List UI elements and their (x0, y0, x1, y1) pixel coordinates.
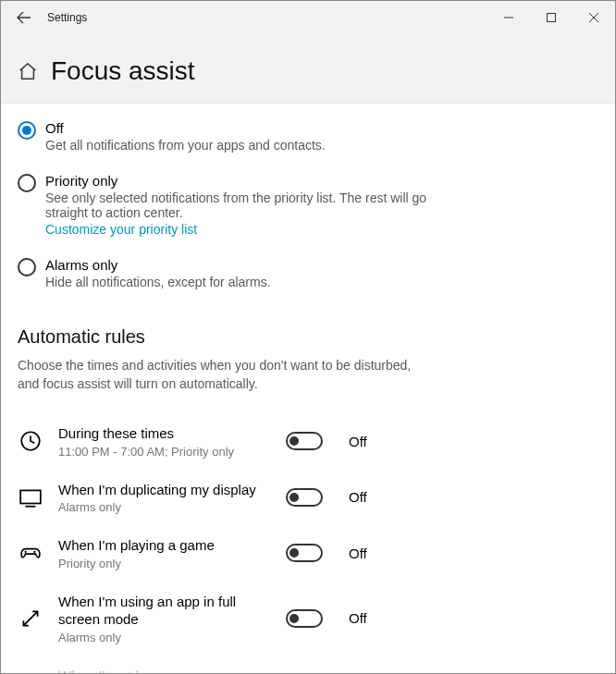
toggle-duplicate-state: Off (349, 489, 367, 505)
monitor-icon (18, 484, 43, 510)
minimize-button[interactable] (487, 1, 530, 34)
window-title: Settings (47, 11, 87, 24)
mode-off[interactable]: Off Get all notifications from your apps… (18, 113, 598, 165)
rule-duplicate-sub: Alarms only (58, 500, 271, 514)
minimize-icon (503, 12, 514, 23)
mode-priority-desc: See only selected notifications from the… (45, 190, 452, 220)
rule-fullscreen-title: When I'm using an app in full screen mod… (58, 593, 271, 629)
mode-alarms-desc: Hide all notifications, except for alarm… (45, 275, 271, 289)
mode-alarms[interactable]: Alarms only Hide all notifications, exce… (18, 250, 598, 302)
page-title: Focus assist (51, 56, 195, 86)
rule-duplicate[interactable]: When I'm duplicating my display Alarms o… (18, 470, 598, 526)
auto-rules-title: Automatic rules (18, 326, 598, 348)
svg-point-5 (33, 551, 35, 553)
toggle-times[interactable] (286, 432, 323, 450)
gamepad-icon (18, 540, 43, 566)
rule-game[interactable]: When I'm playing a game Priority only Of… (18, 525, 598, 582)
toggle-game[interactable] (286, 544, 323, 562)
mode-priority-label: Priority only (45, 173, 452, 189)
toggle-fullscreen-state: Off (349, 610, 367, 626)
mode-alarms-label: Alarms only (45, 257, 271, 273)
svg-rect-3 (20, 490, 41, 503)
rule-home: When I'm at home Priority only Off (18, 656, 598, 674)
page-header: Focus assist (1, 34, 615, 104)
close-button[interactable] (573, 1, 615, 34)
maximize-icon (546, 12, 557, 23)
toggle-times-state: Off (349, 434, 367, 449)
rule-game-sub: Priority only (58, 557, 271, 570)
rule-times-title: During these times (58, 424, 271, 443)
back-button[interactable] (1, 1, 47, 34)
house-icon (18, 670, 43, 674)
rule-times-sub: 11:00 PM - 7:00 AM; Priority only (58, 445, 271, 459)
toggle-game-state: Off (349, 545, 367, 561)
customize-priority-link[interactable]: Customize your priority list (45, 222, 197, 237)
arrow-left-icon (17, 10, 31, 25)
rule-times[interactable]: During these times 11:00 PM - 7:00 AM; P… (18, 413, 598, 470)
maximize-button[interactable] (530, 1, 573, 34)
content-scroll[interactable]: Off Get all notifications from your apps… (1, 104, 615, 674)
close-icon (588, 12, 599, 23)
rule-home-title: When I'm at home (58, 667, 271, 674)
rule-game-title: When I'm playing a game (58, 536, 271, 555)
auto-rules-desc: Choose the times and activities when you… (18, 357, 425, 393)
toggle-fullscreen[interactable] (286, 609, 323, 628)
home-icon[interactable] (18, 61, 38, 81)
rule-fullscreen-sub: Alarms only (58, 631, 271, 644)
radio-off[interactable] (18, 121, 36, 140)
titlebar: Settings (1, 1, 615, 34)
radio-alarms[interactable] (18, 258, 36, 276)
clock-icon (18, 428, 43, 454)
rule-fullscreen[interactable]: When I'm using an app in full screen mod… (18, 582, 598, 656)
mode-off-label: Off (45, 120, 326, 136)
rule-duplicate-title: When I'm duplicating my display (58, 481, 271, 499)
fullscreen-icon (18, 606, 43, 631)
mode-priority[interactable]: Priority only See only selected notifica… (18, 165, 598, 250)
radio-priority[interactable] (18, 174, 36, 192)
mode-off-desc: Get all notifications from your apps and… (45, 138, 326, 153)
svg-rect-1 (548, 14, 556, 22)
toggle-duplicate[interactable] (286, 488, 323, 507)
